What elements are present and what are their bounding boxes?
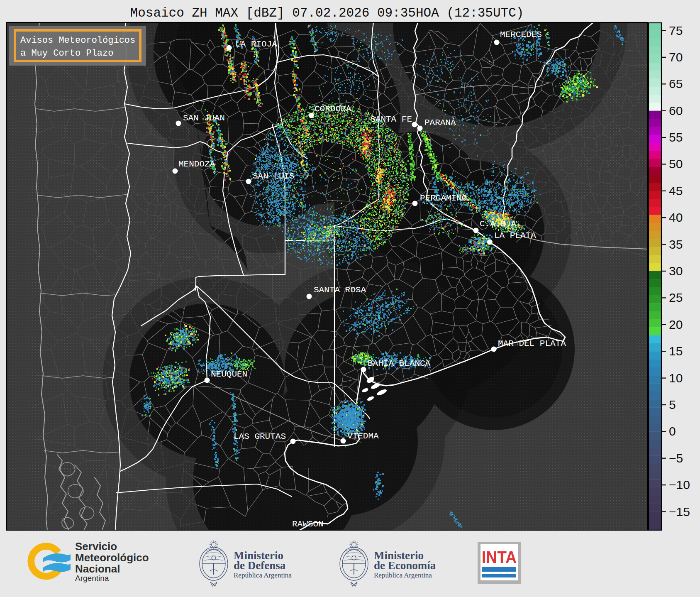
svg-text:45: 45 (669, 184, 683, 198)
svg-text:35: 35 (669, 237, 683, 251)
svg-text:10: 10 (669, 371, 683, 385)
svg-text:MENDOZA: MENDOZA (178, 159, 215, 169)
svg-text:65: 65 (669, 77, 683, 91)
svg-text:República Argentina: República Argentina (234, 571, 292, 579)
svg-text:LA PLATA: LA PLATA (494, 231, 536, 240)
svg-text:BAHÍA BLANCA: BAHÍA BLANCA (368, 359, 431, 368)
svg-text:LAS GRUTAS: LAS GRUTAS (234, 432, 286, 441)
svg-text:SAN LUIS: SAN LUIS (253, 171, 295, 181)
svg-text:a Muy Corto Plazo: a Muy Corto Plazo (20, 48, 113, 59)
svg-text:0: 0 (669, 424, 676, 438)
svg-text:−5: −5 (669, 451, 683, 465)
svg-text:PERGAMINO: PERGAMINO (420, 193, 467, 203)
svg-text:LA RIOJA: LA RIOJA (235, 39, 277, 49)
svg-text:30: 30 (669, 264, 683, 278)
svg-text:Nacional: Nacional (75, 563, 120, 575)
svg-text:PARANÁ: PARANÁ (424, 118, 456, 127)
svg-text:25: 25 (669, 291, 683, 304)
svg-text:−15: −15 (669, 505, 690, 519)
svg-text:MERCEDES: MERCEDES (500, 30, 542, 39)
svg-text:de Economía: de Economía (374, 559, 436, 572)
svg-text:5: 5 (669, 398, 676, 411)
svg-text:75: 75 (669, 24, 683, 37)
svg-text:70: 70 (669, 50, 683, 64)
svg-text:VIEDMA: VIEDMA (347, 431, 379, 441)
svg-text:Avisos Meteorológicos: Avisos Meteorológicos (20, 35, 135, 46)
svg-text:C.A.B.A.: C.A.B.A. (480, 219, 522, 229)
svg-text:15: 15 (669, 344, 683, 358)
svg-text:de Defensa: de Defensa (234, 559, 286, 572)
svg-text:SANTA FE: SANTA FE (370, 115, 412, 124)
svg-text:MAR DEL PLATA: MAR DEL PLATA (498, 339, 566, 348)
svg-text:Argentina: Argentina (75, 574, 109, 582)
svg-text:SAN JUAN: SAN JUAN (183, 113, 225, 123)
svg-text:RAWSON: RAWSON (292, 519, 324, 529)
svg-text:Servicio: Servicio (75, 540, 117, 553)
svg-text:SANTA ROSA: SANTA ROSA (314, 285, 366, 295)
svg-text:−10: −10 (669, 478, 690, 492)
svg-text:50: 50 (669, 157, 683, 171)
svg-text:40: 40 (669, 210, 683, 224)
svg-text:60: 60 (669, 104, 683, 117)
svg-text:República Argentina: República Argentina (374, 571, 432, 579)
svg-text:55: 55 (669, 130, 683, 144)
svg-text:CÓRDOBA: CÓRDOBA (315, 104, 351, 114)
svg-text:NEUQUÉN: NEUQUÉN (211, 369, 247, 379)
svg-text:Meteorológico: Meteorológico (75, 551, 149, 564)
svg-text:INTA: INTA (482, 548, 517, 566)
svg-text:20: 20 (669, 318, 683, 331)
svg-text:Mosaico ZH MAX [dBZ] 07.02.202: Mosaico ZH MAX [dBZ] 07.02.2026 09:35HOA… (130, 6, 524, 20)
